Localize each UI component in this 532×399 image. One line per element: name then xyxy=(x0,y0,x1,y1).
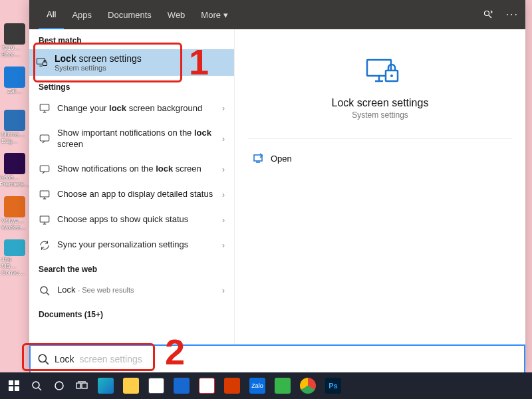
preview-subtitle: System settings xyxy=(352,110,408,120)
chevron-right-icon: › xyxy=(222,104,225,113)
tab-all[interactable]: All xyxy=(39,0,64,29)
best-match-subtitle: System settings xyxy=(55,64,142,72)
divider xyxy=(248,138,512,139)
task-view-icon[interactable] xyxy=(72,376,92,396)
desktop-icon[interactable]: Zal… xyxy=(1,66,28,103)
svg-rect-7 xyxy=(40,216,49,222)
section-documents: Documents (15+) xyxy=(29,303,234,323)
results-list: Best match Lock screen settings System s… xyxy=(29,29,234,344)
svg-rect-15 xyxy=(15,380,19,385)
svg-point-8 xyxy=(41,287,47,293)
chat-icon xyxy=(39,133,51,145)
taskbar-app-store[interactable] xyxy=(145,376,168,396)
svg-rect-14 xyxy=(9,380,13,385)
sync-icon xyxy=(39,239,51,251)
svg-rect-21 xyxy=(82,383,87,388)
svg-rect-17 xyxy=(15,386,19,391)
taskbar-search-icon[interactable] xyxy=(27,376,47,396)
tab-documents[interactable]: Documents xyxy=(100,0,160,29)
taskbar-app-chrome[interactable] xyxy=(297,376,319,396)
svg-rect-12 xyxy=(254,155,262,161)
result-text: Show important notifications on the lock… xyxy=(57,128,215,150)
desktop-icon[interactable]: 4n6 MB… Conve… xyxy=(1,239,28,276)
open-action[interactable]: Open xyxy=(235,147,525,170)
svg-rect-5 xyxy=(40,166,49,172)
svg-point-11 xyxy=(390,74,393,77)
settings-result[interactable]: Show important notifications on the lock… xyxy=(29,121,234,157)
svg-point-18 xyxy=(33,382,39,388)
monitor-icon xyxy=(39,189,51,201)
chevron-right-icon: › xyxy=(222,165,225,174)
search-icon xyxy=(39,285,51,297)
settings-result[interactable]: Choose an app to display detailed status… xyxy=(29,182,234,207)
tab-more[interactable]: More ▾ xyxy=(193,0,235,29)
open-label: Open xyxy=(271,154,292,164)
start-button[interactable] xyxy=(4,376,24,396)
settings-result[interactable]: Show notifications on the lock screen› xyxy=(29,157,234,182)
svg-rect-4 xyxy=(40,135,49,141)
result-preview: Lock screen settings System settings Ope… xyxy=(234,29,525,344)
section-best-match: Best match xyxy=(29,29,234,49)
svg-rect-2 xyxy=(43,62,47,65)
search-autocomplete-ghost: screen settings xyxy=(80,354,142,364)
feedback-icon[interactable] xyxy=(482,9,494,21)
svg-point-0 xyxy=(484,11,489,16)
result-text: Show notifications on the lock screen xyxy=(57,164,215,175)
search-panel: All Apps Documents Web More ▾ ··· Best m… xyxy=(29,0,525,372)
chevron-right-icon: › xyxy=(222,134,225,144)
svg-rect-16 xyxy=(9,386,13,391)
svg-point-19 xyxy=(55,382,63,390)
desktop: 7z19… Shor… Zal… Micros… Edg… Adob… Prem… xyxy=(0,0,29,372)
cortana-icon[interactable] xyxy=(49,376,69,396)
chevron-right-icon: › xyxy=(222,215,225,225)
tab-apps[interactable]: Apps xyxy=(64,0,100,29)
settings-result[interactable]: Sync your personalization settings› xyxy=(29,233,234,258)
best-match-title: Lock screen settings xyxy=(55,53,142,64)
lock-monitor-icon xyxy=(36,57,48,68)
svg-point-13 xyxy=(39,354,46,362)
best-match-result[interactable]: Lock screen settings System settings xyxy=(29,49,234,76)
search-tabs: All Apps Documents Web More ▾ ··· xyxy=(29,0,525,29)
result-text: Choose apps to show quick status xyxy=(57,214,215,225)
more-options-icon[interactable]: ··· xyxy=(506,9,519,21)
tab-web[interactable]: Web xyxy=(160,0,194,29)
monitor-icon xyxy=(39,214,51,226)
desktop-icon[interactable]: 7z19… Shor… xyxy=(1,23,28,60)
chat-icon xyxy=(39,164,51,176)
chevron-right-icon: › xyxy=(222,286,225,295)
svg-rect-3 xyxy=(40,104,49,110)
monitor-icon xyxy=(39,102,51,114)
preview-lock-monitor-icon xyxy=(364,56,396,88)
taskbar-app-office[interactable] xyxy=(221,376,243,396)
result-text: Change your lock screen background xyxy=(57,103,215,114)
desktop-icon[interactable]: VMwa… Workst… xyxy=(1,196,28,233)
search-icon xyxy=(37,353,49,365)
web-result[interactable]: Lock - See web results › xyxy=(29,278,234,303)
taskbar-app-gift[interactable] xyxy=(196,376,218,396)
result-text: Choose an app to display detailed status xyxy=(57,189,215,200)
desktop-icon[interactable]: Adob… Premiere… xyxy=(1,153,28,190)
open-icon xyxy=(252,152,264,164)
result-text: Sync your personalization settings xyxy=(57,239,215,251)
search-input-row[interactable]: Lock screen settings xyxy=(29,344,525,372)
taskbar-app-mail[interactable] xyxy=(170,376,193,396)
taskbar-app-explorer[interactable] xyxy=(120,376,142,396)
settings-result[interactable]: Change your lock screen background› xyxy=(29,96,234,121)
search-typed-text: Lock xyxy=(55,354,74,364)
svg-rect-20 xyxy=(76,383,80,388)
desktop-icon[interactable]: Micros… Edg… xyxy=(1,110,28,146)
taskbar-app-zalo[interactable]: Zalo xyxy=(246,376,269,396)
taskbar: Zalo Ps xyxy=(0,372,532,399)
preview-title: Lock screen settings xyxy=(332,97,429,109)
chevron-right-icon: › xyxy=(222,190,225,200)
chevron-right-icon: › xyxy=(222,241,225,250)
taskbar-app-edge[interactable] xyxy=(94,376,117,396)
section-search-web: Search the web xyxy=(29,258,234,278)
taskbar-app-line[interactable] xyxy=(271,376,294,396)
settings-result[interactable]: Choose apps to show quick status› xyxy=(29,207,234,233)
section-settings: Settings xyxy=(29,76,234,96)
taskbar-app-photoshop[interactable]: Ps xyxy=(322,376,344,396)
svg-rect-6 xyxy=(40,191,49,197)
